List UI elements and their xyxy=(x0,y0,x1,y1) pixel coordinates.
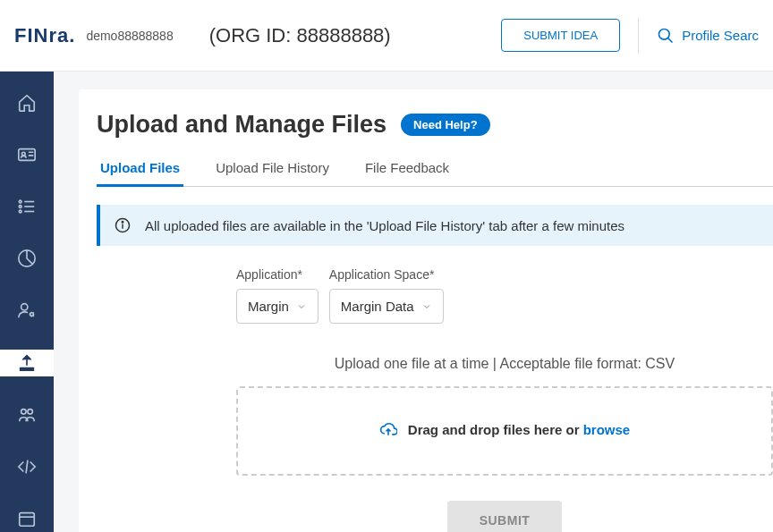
content-area: Upload and Manage Files Need Help? Uploa… xyxy=(54,72,773,532)
sidebar-item-reports[interactable] xyxy=(0,245,54,272)
upload-icon xyxy=(17,353,37,373)
info-text: All uploaded files are available in the … xyxy=(145,218,624,233)
svg-point-4 xyxy=(19,200,21,203)
profile-search-link[interactable]: Profile Searc xyxy=(657,27,759,45)
chevron-down-icon xyxy=(421,301,432,312)
application-select[interactable]: Margin xyxy=(236,289,319,324)
code-icon xyxy=(17,457,37,477)
tab-file-feedback[interactable]: File Feedback xyxy=(361,160,453,186)
tab-upload-files[interactable]: Upload Files xyxy=(97,160,183,186)
sidebar-item-profile[interactable] xyxy=(0,141,54,168)
submit-button[interactable]: SUBMIT xyxy=(447,501,563,532)
pie-chart-icon xyxy=(17,249,37,268)
sidebar xyxy=(0,72,54,532)
svg-rect-14 xyxy=(20,513,35,527)
list-icon xyxy=(17,197,37,216)
info-banner: All uploaded files are available in the … xyxy=(97,205,773,246)
sidebar-item-home[interactable] xyxy=(0,89,54,116)
sidebar-item-upload[interactable] xyxy=(0,350,54,376)
user-gear-icon xyxy=(17,300,37,320)
sidebar-item-calendar[interactable] xyxy=(0,505,54,532)
submit-idea-button[interactable]: SUBMIT IDEA xyxy=(501,19,620,52)
browse-link[interactable]: browse xyxy=(583,422,631,437)
application-space-label: Application Space* xyxy=(329,267,444,282)
svg-point-12 xyxy=(21,409,26,414)
info-icon xyxy=(115,217,131,233)
sidebar-item-tasks[interactable] xyxy=(0,193,54,220)
org-id: (ORG ID: 88888888) xyxy=(209,24,391,47)
chevron-down-icon xyxy=(296,301,307,312)
svg-point-0 xyxy=(659,29,670,39)
page-title: Upload and Manage Files xyxy=(97,111,386,139)
sidebar-item-dev[interactable] xyxy=(0,453,54,480)
sidebar-item-admin[interactable] xyxy=(0,297,54,324)
id-card-icon xyxy=(17,145,37,165)
svg-point-8 xyxy=(19,210,21,213)
svg-point-6 xyxy=(19,206,21,208)
svg-point-18 xyxy=(122,222,123,224)
application-label: Application* xyxy=(236,267,319,282)
home-icon xyxy=(17,93,37,113)
users-icon xyxy=(17,405,37,425)
upload-hint: Upload one file at a time | Acceptable f… xyxy=(236,356,773,372)
top-header: FINra. demo88888888 (ORG ID: 88888888) S… xyxy=(0,0,773,72)
svg-line-1 xyxy=(668,38,673,42)
username: demo88888888 xyxy=(86,29,173,43)
svg-point-13 xyxy=(28,409,32,414)
application-space-select[interactable]: Margin Data xyxy=(329,289,444,324)
svg-point-10 xyxy=(21,304,28,310)
need-help-button[interactable]: Need Help? xyxy=(401,114,490,136)
tabs: Upload Files Upload File History File Fe… xyxy=(97,160,773,187)
cloud-upload-icon xyxy=(379,420,397,438)
calendar-icon xyxy=(17,509,37,528)
finra-logo: FINra. xyxy=(14,24,75,47)
svg-rect-2 xyxy=(19,149,35,161)
divider xyxy=(638,18,639,54)
tab-upload-history[interactable]: Upload File History xyxy=(212,160,333,186)
sidebar-item-users[interactable] xyxy=(0,401,54,428)
svg-point-3 xyxy=(22,152,26,156)
search-icon xyxy=(657,27,675,45)
file-dropzone[interactable]: Drag and drop files here or browse xyxy=(236,386,773,476)
